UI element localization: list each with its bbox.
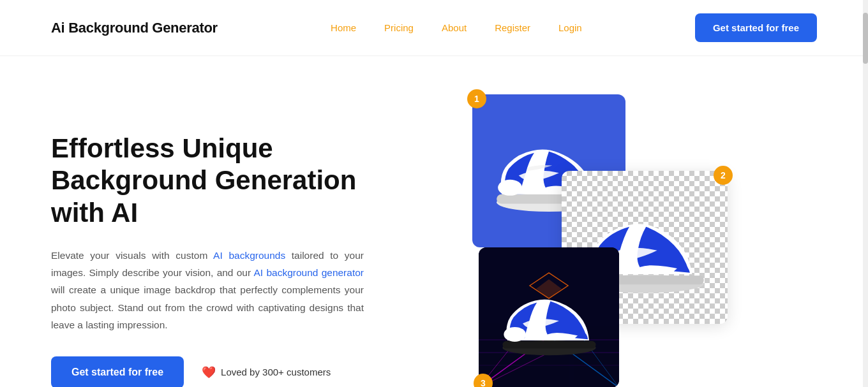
hero-cta-button[interactable]: Get started for free xyxy=(51,356,184,387)
nav-pricing[interactable]: Pricing xyxy=(373,17,425,38)
dark-bg-card xyxy=(479,247,619,387)
logo: Ai Background Generator xyxy=(51,20,218,36)
hero-title: Effortless Unique Background Generation … xyxy=(51,133,364,229)
svg-point-2 xyxy=(498,180,522,196)
badge-1: 1 xyxy=(467,89,486,108)
nav-home[interactable]: Home xyxy=(319,17,368,38)
main-nav: Home Pricing About Register Login xyxy=(319,17,594,38)
loved-text: Loved by 300+ customers xyxy=(221,367,331,377)
hero-images: 1 xyxy=(434,94,817,387)
svg-point-19 xyxy=(504,326,526,341)
loved-badge: ❤️ Loved by 300+ customers xyxy=(202,365,331,379)
badge-2: 2 xyxy=(714,166,733,185)
svg-rect-18 xyxy=(502,341,595,349)
nav-login[interactable]: Login xyxy=(547,17,594,38)
hero-description: Elevate your visuals with custom AI back… xyxy=(51,247,364,333)
image-card-3: 3 xyxy=(479,247,619,387)
nav-about[interactable]: About xyxy=(430,17,478,38)
header-cta-button[interactable]: Get started for free xyxy=(695,13,817,42)
hero-actions: Get started for free ❤️ Loved by 300+ cu… xyxy=(51,356,383,387)
heart-icon: ❤️ xyxy=(202,365,216,379)
nav-register[interactable]: Register xyxy=(483,17,542,38)
hero-content: Effortless Unique Background Generation … xyxy=(51,94,383,387)
scrollbar[interactable] xyxy=(863,0,868,387)
scrollbar-thumb xyxy=(863,13,868,64)
shoe-svg-3 xyxy=(487,278,611,358)
